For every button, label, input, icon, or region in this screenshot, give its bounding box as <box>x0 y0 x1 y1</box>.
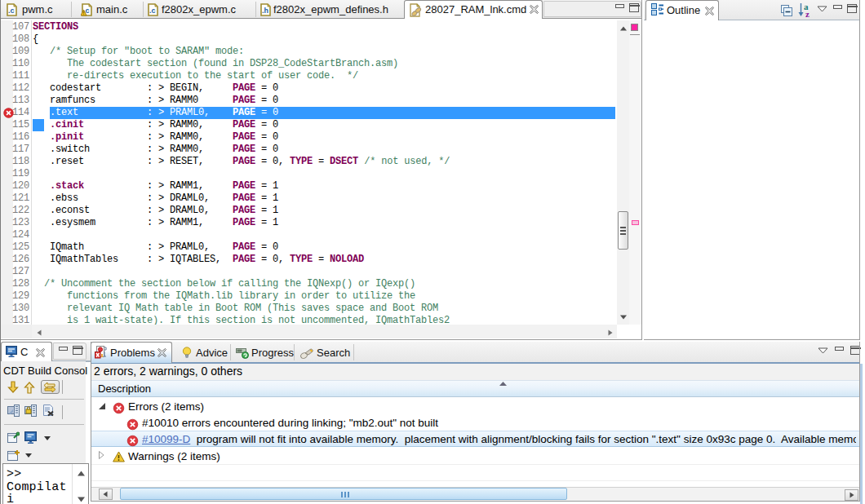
svg-text:.h: .h <box>262 7 268 15</box>
svg-text:.c: .c <box>8 7 15 15</box>
svg-text:.c: .c <box>149 7 156 15</box>
svg-text:z: z <box>805 9 810 17</box>
svg-text:!: ! <box>83 11 85 15</box>
